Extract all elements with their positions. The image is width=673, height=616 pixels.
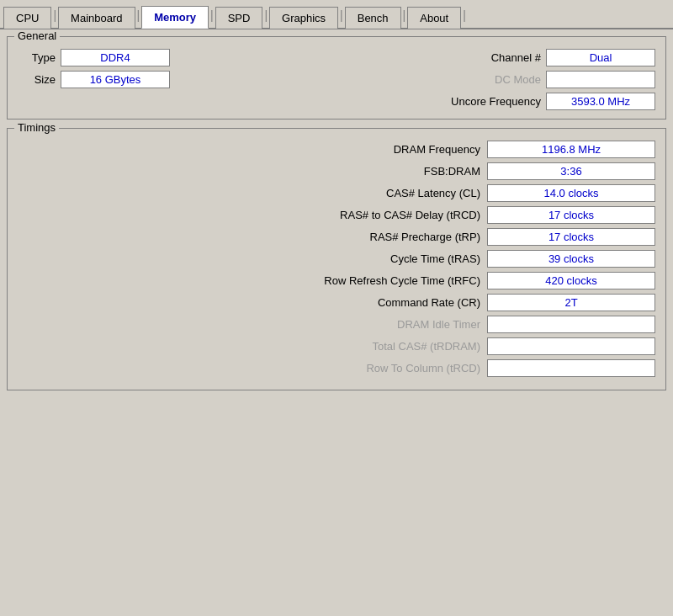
type-value: DDR4	[61, 49, 170, 66]
channel-value: Dual	[546, 49, 655, 66]
timing-label-10: Row To Column (tRCD)	[366, 362, 480, 374]
dcmode-label: DC Mode	[474, 73, 541, 86]
timing-label-8: DRAM Idle Timer	[397, 318, 480, 331]
timing-value-8: ​	[487, 316, 655, 333]
timing-value-5: 39 clocks	[487, 250, 655, 268]
timings-group: Timings DRAM Frequency1196.8 MHzFSB:DRAM…	[7, 128, 666, 390]
timing-value-1: 3:36	[487, 162, 655, 180]
type-label: Type	[18, 51, 56, 64]
timing-row-1: FSB:DRAM3:36	[18, 162, 655, 180]
timing-row-9: Total CAS# (tRDRAM)​	[18, 337, 655, 355]
size-label: Size	[18, 73, 56, 86]
dcmode-value: ​	[546, 71, 655, 88]
timing-label-4: RAS# Precharge (tRP)	[370, 231, 481, 243]
tab-graphics[interactable]: Graphics	[269, 7, 338, 29]
timing-row-7: Command Rate (CR)2T	[18, 294, 655, 311]
timing-row-6: Row Refresh Cycle Time (tRFC)420 clocks	[18, 272, 655, 289]
tab-spd[interactable]: SPD	[215, 7, 263, 29]
content-area: General Type DDR4 Channel # Dual Size 16…	[0, 29, 673, 406]
uncore-value: 3593.0 MHz	[546, 93, 655, 110]
tab-about[interactable]: About	[407, 7, 461, 29]
tab-mainboard[interactable]: Mainboard	[58, 7, 135, 29]
tab-sep-6: |	[401, 8, 408, 22]
timing-value-7: 2T	[487, 294, 655, 311]
timing-row-5: Cycle Time (tRAS)39 clocks	[18, 250, 655, 268]
size-row: Size 16 GBytes	[18, 71, 170, 88]
timing-label-6: Row Refresh Cycle Time (tRFC)	[324, 274, 480, 287]
tab-cpu[interactable]: CPU	[3, 7, 51, 29]
timing-value-0: 1196.8 MHz	[487, 141, 655, 158]
channel-row: Channel # Dual	[474, 49, 655, 66]
timing-label-1: FSB:DRAM	[424, 165, 480, 178]
size-value: 16 GBytes	[61, 71, 170, 88]
timings-content: DRAM Frequency1196.8 MHzFSB:DRAM3:36CAS#…	[18, 141, 655, 377]
general-group: General Type DDR4 Channel # Dual Size 16…	[7, 36, 666, 119]
tab-sep-7: |	[461, 8, 468, 22]
timing-label-2: CAS# Latency (CL)	[386, 187, 480, 199]
tab-sep-1: |	[51, 8, 58, 22]
tab-sep-4: |	[262, 8, 269, 22]
tab-bar: CPU | Mainboard | Memory | SPD | Graphic…	[0, 0, 673, 29]
tab-bench[interactable]: Bench	[345, 7, 401, 29]
timing-row-0: DRAM Frequency1196.8 MHz	[18, 141, 655, 158]
general-title: General	[14, 29, 60, 42]
timing-value-10: ​	[487, 359, 655, 377]
tab-memory[interactable]: Memory	[141, 6, 209, 29]
tab-sep-2: |	[135, 8, 142, 22]
timings-title: Timings	[14, 121, 59, 134]
timing-value-2: 14.0 clocks	[487, 184, 655, 202]
timing-label-5: Cycle Time (tRAS)	[390, 252, 480, 265]
timing-value-4: 17 clocks	[487, 228, 655, 246]
timing-row-2: CAS# Latency (CL)14.0 clocks	[18, 184, 655, 202]
timing-row-3: RAS# to CAS# Delay (tRCD)17 clocks	[18, 206, 655, 224]
timing-row-10: Row To Column (tRCD)​	[18, 359, 655, 377]
timing-label-7: Command Rate (CR)	[378, 296, 480, 309]
timing-label-9: Total CAS# (tRDRAM)	[372, 340, 480, 353]
dcmode-row: DC Mode ​	[474, 71, 655, 88]
tab-sep-3: |	[209, 8, 215, 22]
timing-label-3: RAS# to CAS# Delay (tRCD)	[340, 209, 480, 221]
timing-label-0: DRAM Frequency	[394, 143, 480, 156]
uncore-row: Uncore Frequency 3593.0 MHz	[423, 93, 655, 110]
timing-value-3: 17 clocks	[487, 206, 655, 224]
timing-row-4: RAS# Precharge (tRP)17 clocks	[18, 228, 655, 246]
type-row: Type DDR4	[18, 49, 170, 66]
channel-label: Channel #	[474, 51, 541, 64]
timing-row-8: DRAM Idle Timer​	[18, 316, 655, 333]
uncore-label: Uncore Frequency	[423, 95, 541, 108]
tab-sep-5: |	[338, 8, 345, 22]
timing-value-6: 420 clocks	[487, 272, 655, 289]
timing-value-9: ​	[487, 337, 655, 355]
